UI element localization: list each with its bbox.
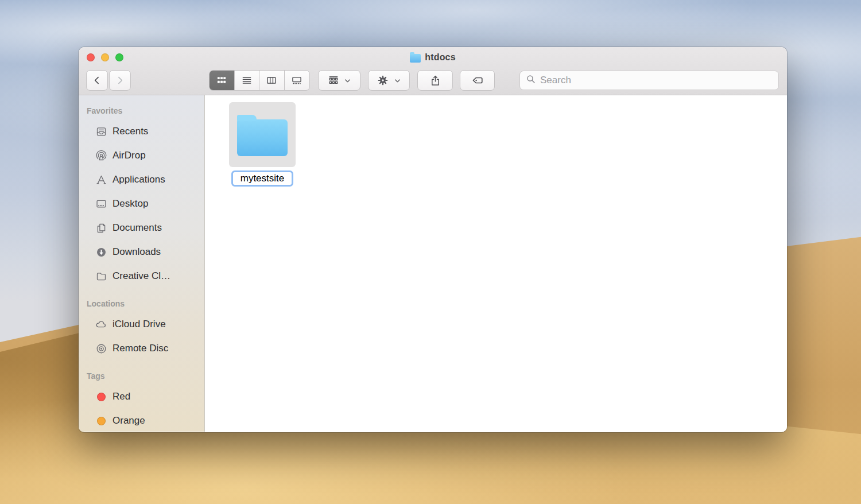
sidebar-item-downloads[interactable]: Downloads (79, 240, 204, 264)
search-field[interactable] (519, 71, 779, 90)
tag-icon (471, 73, 484, 87)
icloud-icon (95, 318, 107, 331)
downloads-icon (95, 246, 107, 258)
chevron-right-icon (114, 75, 126, 86)
view-mode-segmented-control (209, 70, 310, 91)
folder-item-mytestsite[interactable] (229, 102, 296, 187)
gallery-view-button[interactable] (285, 71, 309, 90)
applications-icon (95, 173, 107, 186)
group-view-icon (328, 75, 339, 86)
desktop-icon (95, 197, 107, 210)
file-browser-area[interactable] (205, 95, 787, 432)
toolbar (79, 70, 787, 91)
search-icon (526, 74, 536, 87)
back-button[interactable] (86, 70, 108, 91)
share-icon (429, 75, 441, 87)
sidebar-item-label: Red (113, 391, 130, 402)
sidebar: Favorites Recents AirDrop Applications (79, 95, 205, 432)
sidebar-item-tag-red[interactable]: Red (79, 385, 204, 409)
sidebar-item-label: Orange (113, 415, 145, 427)
column-view-icon (266, 75, 277, 86)
tag-button[interactable] (460, 70, 495, 91)
red-tag-icon (95, 390, 107, 403)
sidebar-item-label: Downloads (113, 246, 161, 258)
sidebar-item-tag-orange[interactable]: Orange (79, 409, 204, 432)
window-title: htdocs (425, 52, 456, 63)
sidebar-item-documents[interactable]: Documents (79, 216, 204, 240)
sidebar-item-label: Creative Cl… (113, 270, 170, 282)
blue-folder-icon[interactable] (237, 119, 288, 156)
sidebar-heading-tags: Tags (79, 367, 204, 385)
sidebar-item-label: Desktop (113, 198, 148, 210)
sidebar-heading-favorites: Favorites (79, 102, 204, 119)
sidebar-heading-locations: Locations (79, 295, 204, 312)
sidebar-item-label: Recents (113, 126, 148, 137)
chevron-down-icon (344, 77, 351, 84)
grid-view-icon (216, 75, 227, 86)
folder-icon (95, 270, 107, 282)
chevron-left-icon (91, 75, 103, 86)
sidebar-item-recents[interactable]: Recents (79, 119, 204, 144)
finder-window: htdocs (79, 47, 787, 432)
title-folder-icon (410, 54, 421, 63)
gear-icon (377, 74, 389, 87)
share-button[interactable] (417, 70, 453, 91)
list-view-icon (241, 75, 253, 86)
documents-icon (95, 222, 107, 234)
sidebar-item-creative-cloud[interactable]: Creative Cl… (79, 264, 204, 288)
sidebar-item-label: Applications (113, 174, 165, 185)
sidebar-item-label: Remote Disc (113, 343, 168, 354)
window-chrome: htdocs (79, 47, 787, 95)
title-bar: htdocs (79, 47, 787, 68)
disc-icon (95, 342, 107, 355)
folder-selection-highlight (229, 102, 296, 167)
sidebar-item-label: Documents (113, 222, 162, 234)
orange-tag-icon (95, 414, 107, 427)
group-by-button[interactable] (318, 70, 360, 91)
sidebar-item-label: AirDrop (113, 150, 146, 161)
sidebar-item-desktop[interactable]: Desktop (79, 192, 204, 216)
list-view-button[interactable] (235, 71, 260, 90)
airdrop-icon (95, 149, 107, 162)
sidebar-item-icloud-drive[interactable]: iCloud Drive (79, 312, 204, 336)
gallery-view-icon (291, 75, 302, 86)
action-menu-button[interactable] (368, 70, 410, 91)
recents-icon (95, 125, 107, 138)
sidebar-item-airdrop[interactable]: AirDrop (79, 144, 204, 168)
folder-name-input[interactable] (231, 170, 293, 187)
sidebar-item-label: iCloud Drive (113, 319, 166, 330)
sidebar-item-remote-disc[interactable]: Remote Disc (79, 336, 204, 360)
icon-view-button[interactable] (210, 71, 235, 90)
rename-field (231, 170, 293, 187)
chevron-down-icon (394, 77, 401, 84)
sidebar-item-applications[interactable]: Applications (79, 168, 204, 192)
forward-button[interactable] (109, 70, 131, 91)
search-input[interactable] (540, 75, 773, 86)
column-view-button[interactable] (259, 71, 285, 90)
